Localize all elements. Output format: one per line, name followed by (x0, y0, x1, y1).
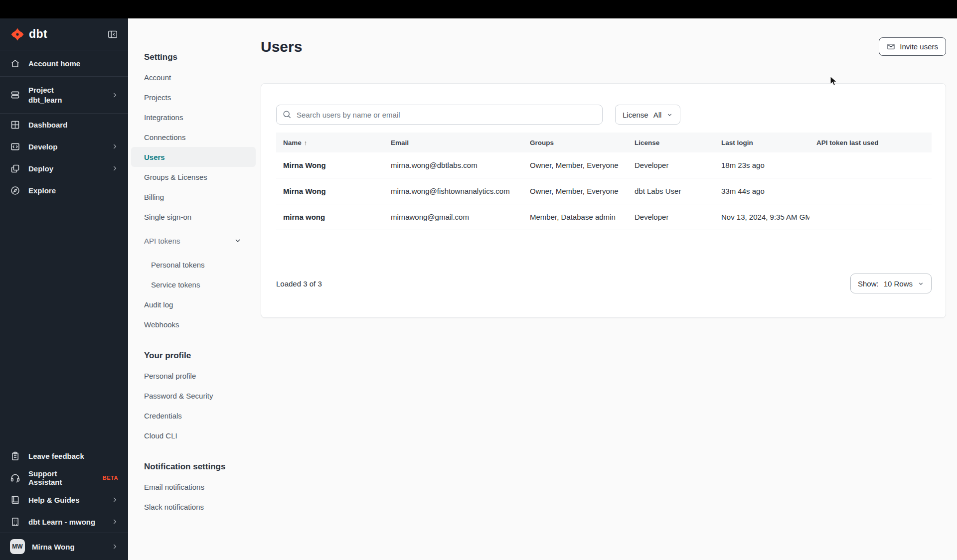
chevron-right-icon (111, 165, 118, 172)
chevron-right-icon (111, 543, 118, 550)
settings-nav-item-password-security[interactable]: Password & Security (128, 386, 256, 406)
cell-last-login: Nov 13, 2024, 9:35 AM GMT (714, 213, 809, 221)
settings-nav-item-credentials[interactable]: Credentials (128, 406, 256, 425)
sidebar-item-deploy[interactable]: Deploy (0, 157, 128, 179)
sidebar-item-explore[interactable]: Explore (0, 179, 128, 201)
users-table: Name↑ Email Groups License Last login AP… (276, 133, 932, 230)
chevron-down-icon (234, 237, 242, 245)
sidebar-item-label: dbt Learn - mwong (28, 518, 95, 526)
sidebar-item-account-home[interactable]: Account home (0, 50, 128, 76)
settings-nav-item-connections[interactable]: Connections (128, 127, 256, 147)
cell-name: Mirna Wong (276, 161, 384, 169)
settings-nav-item-groups-licenses[interactable]: Groups & Licenses (128, 167, 256, 187)
settings-nav-item-billing[interactable]: Billing (128, 187, 256, 207)
sidebar-item-project[interactable]: Project dbt_learn (0, 77, 128, 113)
column-header-api-token-last-used[interactable]: API token last used (809, 139, 932, 146)
settings-nav-item-slack-notifications[interactable]: Slack notifications (128, 497, 256, 517)
settings-nav-header: Settings (128, 47, 261, 67)
sidebar-item-dbt-learn-account[interactable]: dbt Learn - mwong (0, 511, 128, 533)
loaded-status: Loaded 3 of 3 (276, 280, 322, 288)
sidebar-item-label: Leave feedback (28, 452, 84, 460)
cell-email: mirna.wong@dbtlabs.com (384, 161, 523, 169)
settings-nav-item-webhooks[interactable]: Webhooks (128, 314, 256, 334)
chevron-right-icon (111, 518, 118, 525)
cell-email: mirna.wong@fishtownanalytics.com (384, 187, 523, 195)
sidebar-item-label: Explore (28, 186, 56, 195)
table-row[interactable]: Mirna Wong mirna.wong@fishtownanalytics.… (276, 178, 932, 204)
settings-nav-item-personal-tokens[interactable]: Personal tokens (128, 255, 256, 275)
beta-badge: BETA (103, 475, 118, 481)
profile-section-header: Your profile (128, 346, 261, 366)
chevron-right-icon (111, 496, 118, 503)
deploy-icon (10, 163, 20, 174)
column-header-email[interactable]: Email (384, 139, 523, 146)
invite-users-button[interactable]: Invite users (879, 37, 946, 56)
chevron-down-icon (918, 280, 924, 287)
sidebar-item-dashboard[interactable]: Dashboard (0, 114, 128, 136)
search-users-input[interactable] (276, 105, 603, 125)
column-header-license[interactable]: License (628, 139, 714, 146)
main-content: Users Invite users License All Name↑ (261, 18, 957, 560)
sidebar-item-support-assistant[interactable]: Support Assistant BETA (0, 467, 128, 489)
settings-nav-item-projects[interactable]: Projects (128, 87, 256, 107)
collapse-sidebar-icon[interactable] (107, 29, 118, 40)
sidebar-item-sublabel: dbt_learn (28, 95, 62, 105)
book-icon (10, 495, 20, 505)
top-bar (0, 0, 957, 18)
settings-nav-item-account[interactable]: Account (128, 67, 256, 87)
column-header-name[interactable]: Name↑ (276, 139, 384, 146)
sidebar-item-leave-feedback[interactable]: Leave feedback (0, 445, 128, 467)
sidebar-item-label: Deploy (28, 164, 53, 173)
page-title: Users (261, 38, 302, 55)
sidebar-item-label: Support Assistant (28, 469, 91, 486)
cell-groups: Owner, Member, Everyone (523, 187, 628, 195)
cell-license: Developer (628, 213, 714, 221)
building-icon (10, 517, 20, 527)
sidebar-item-label: Account home (28, 59, 80, 68)
cell-name: Mirna Wong (276, 187, 384, 195)
cell-last-login: 18m 23s ago (714, 161, 809, 169)
sidebar-item-help-guides[interactable]: Help & Guides (0, 489, 128, 511)
invite-users-label: Invite users (900, 42, 938, 51)
mail-icon (887, 42, 895, 51)
sidebar-item-label: Develop (28, 142, 57, 151)
sidebar-item-label: Project (28, 85, 62, 95)
settings-nav-item-api-tokens[interactable]: API tokens (128, 231, 256, 251)
settings-nav-item-service-tokens[interactable]: Service tokens (128, 275, 256, 294)
show-value: 10 Rows (884, 280, 913, 288)
develop-icon (10, 141, 20, 152)
table-row[interactable]: mirna wong mirnawong@gmail.com Member, D… (276, 204, 932, 230)
clipboard-icon (10, 451, 20, 461)
user-menu[interactable]: MW Mirna Wong (0, 533, 128, 560)
column-header-last-login[interactable]: Last login (714, 139, 809, 146)
home-icon (10, 58, 20, 69)
user-name: Mirna Wong (32, 543, 75, 551)
settings-nav-item-integrations[interactable]: Integrations (128, 107, 256, 127)
avatar: MW (10, 539, 25, 554)
license-filter-value: All (653, 111, 662, 119)
primary-sidebar: dbt Account home Project dbt_learn Dashb… (0, 18, 128, 560)
sidebar-item-label: Dashboard (28, 121, 67, 129)
cell-last-login: 33m 44s ago (714, 187, 809, 195)
show-label: Show: (858, 280, 879, 288)
settings-nav-item-cloud-cli[interactable]: Cloud CLI (128, 425, 256, 445)
cell-license: Developer (628, 161, 714, 169)
table-header-row: Name↑ Email Groups License Last login AP… (276, 133, 932, 152)
rows-per-page-dropdown[interactable]: Show: 10 Rows (850, 274, 932, 293)
chevron-right-icon (111, 92, 118, 99)
settings-nav-item-single-sign-on[interactable]: Single sign-on (128, 207, 256, 227)
chevron-right-icon (111, 143, 118, 150)
settings-nav-item-audit-log[interactable]: Audit log (128, 294, 256, 314)
cell-groups: Owner, Member, Everyone (523, 161, 628, 169)
column-header-groups[interactable]: Groups (523, 139, 628, 146)
license-filter-dropdown[interactable]: License All (615, 105, 680, 125)
sidebar-item-label: Help & Guides (28, 496, 80, 504)
chevron-down-icon (666, 112, 673, 118)
sidebar-item-develop[interactable]: Develop (0, 136, 128, 157)
settings-nav-item-personal-profile[interactable]: Personal profile (128, 366, 256, 386)
notification-section-header: Notification settings (128, 457, 261, 477)
users-card: License All Name↑ Email Groups License L… (261, 83, 946, 318)
settings-nav-item-users[interactable]: Users (131, 147, 256, 167)
settings-nav-item-email-notifications[interactable]: Email notifications (128, 477, 256, 497)
table-row[interactable]: Mirna Wong mirna.wong@dbtlabs.com Owner,… (276, 152, 932, 178)
